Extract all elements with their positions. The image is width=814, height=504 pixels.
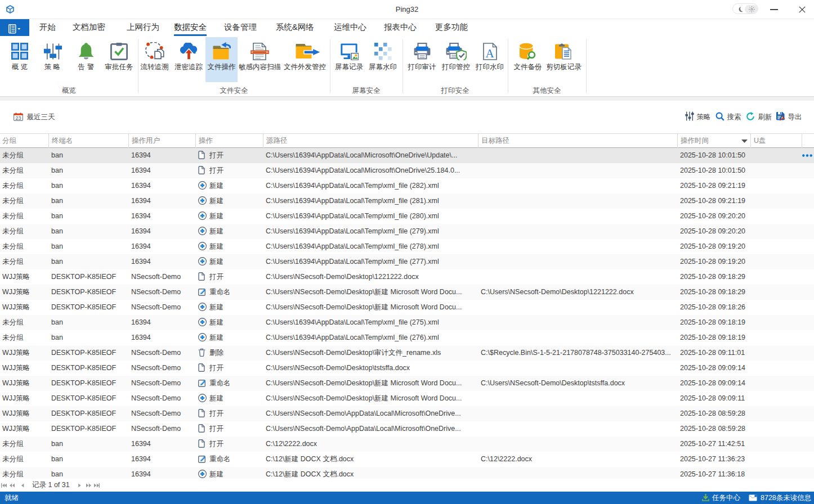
svg-text:A: A: [485, 46, 494, 60]
svg-text:23: 23: [15, 115, 21, 121]
